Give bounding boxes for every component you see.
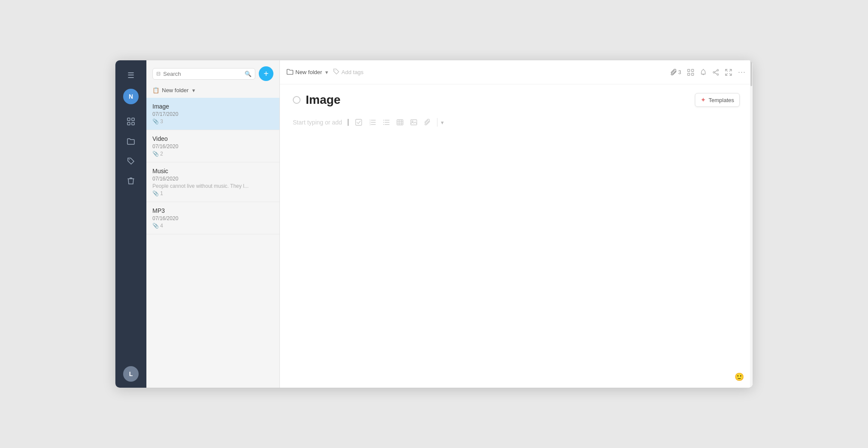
clip-icon-music: 📎 [152, 190, 159, 196]
scrollbar-track [750, 60, 753, 388]
notes-panel: ⊟ 🔍 + 📋 New folder ▼ Image 07/17/2020 📎 … [146, 60, 280, 388]
toolbar-unordered-list[interactable] [380, 116, 392, 128]
filter-icon[interactable]: ⊟ [156, 71, 161, 77]
search-icon[interactable]: 🔍 [245, 71, 251, 77]
svg-point-11 [713, 72, 715, 73]
svg-rect-29 [397, 120, 403, 125]
scrollbar-thumb[interactable] [750, 60, 752, 86]
note-item-music[interactable]: Music 07/16/2020 People cannot live with… [146, 162, 279, 202]
bell-action[interactable] [700, 69, 707, 76]
avatar-bottom[interactable]: L [123, 366, 139, 382]
avatar-top[interactable]: N [123, 89, 139, 104]
editor-placeholder[interactable]: Start typing or add [293, 119, 342, 126]
nav-items [122, 113, 140, 366]
toolbar-table[interactable] [394, 116, 406, 128]
note-date-image: 07/17/2020 [152, 111, 273, 117]
emoji-icon[interactable]: 🙂 [735, 372, 744, 382]
note-title-music: Music [152, 168, 273, 174]
note-attachments-music: 📎 1 [152, 190, 273, 196]
more-action[interactable]: ··· [738, 68, 746, 77]
note-item-mp3[interactable]: MP3 07/16/2020 📎 4 [146, 202, 279, 234]
editor-toolbar: Start typing or add 1 2 [293, 114, 740, 131]
cursor-indicator [348, 119, 348, 126]
toolbar-ordered-list[interactable]: 1 2 3 [366, 116, 378, 128]
note-date-mp3: 07/16/2020 [152, 215, 273, 221]
svg-point-5 [335, 70, 335, 71]
grid-view-action[interactable] [687, 69, 694, 76]
expand-action[interactable] [725, 69, 732, 76]
note-title-mp3: MP3 [152, 207, 273, 214]
note-title-video: Video [152, 135, 273, 142]
toolbar-image[interactable] [408, 116, 420, 128]
menu-icon[interactable]: ☰ [123, 66, 139, 84]
note-date-music: 07/16/2020 [152, 176, 273, 182]
folder-label-panel: 📋 New folder ▼ [146, 84, 279, 98]
clip-icon-image: 📎 [152, 118, 159, 124]
svg-line-15 [715, 72, 717, 74]
toolbar-divider [437, 118, 437, 127]
svg-point-4 [129, 159, 130, 160]
tags-area[interactable]: Add tags [333, 68, 363, 76]
note-title-row: Image [293, 93, 740, 107]
svg-rect-0 [127, 118, 130, 121]
note-status-circle[interactable] [293, 96, 301, 104]
folder-dropdown-panel[interactable]: ▼ [191, 88, 196, 93]
search-input[interactable] [163, 71, 242, 77]
nav-item-tag[interactable] [122, 152, 140, 170]
toolbar-attachment[interactable] [422, 116, 434, 128]
note-attachment-count-video: 2 [160, 151, 163, 157]
sidebar-dark: ☰ N [115, 60, 146, 388]
share-action[interactable] [713, 69, 719, 76]
svg-point-28 [383, 124, 384, 125]
toolbar-checkbox[interactable] [353, 116, 365, 128]
editor-content[interactable]: Image Start typing or add [280, 84, 753, 388]
editor-topbar: New folder ▼ Add tags 3 [280, 60, 753, 84]
tag-icon [333, 68, 339, 76]
nav-item-folder[interactable] [122, 133, 140, 150]
attachment-count: 3 [678, 69, 681, 75]
nav-item-trash[interactable] [122, 172, 140, 190]
templates-icon: ✦ [701, 96, 706, 104]
folder-icon-panel: 📋 [152, 87, 159, 93]
svg-text:3: 3 [369, 123, 371, 126]
clip-icon-video: 📎 [152, 151, 159, 157]
svg-point-13 [717, 74, 719, 75]
attachment-action[interactable]: 3 [671, 69, 681, 76]
note-attachment-count-image: 3 [160, 118, 163, 124]
svg-rect-6 [688, 69, 690, 72]
toolbar-expand[interactable]: ▾ [441, 119, 444, 126]
app-window: ☰ N [115, 60, 753, 388]
svg-rect-9 [691, 73, 694, 75]
note-item-image[interactable]: Image 07/17/2020 📎 3 [146, 98, 279, 130]
svg-point-12 [717, 69, 719, 71]
folder-crumb-icon [287, 69, 293, 76]
nav-item-grid[interactable] [122, 113, 140, 130]
svg-rect-16 [356, 119, 362, 125]
note-attachments-video: 📎 2 [152, 151, 273, 157]
search-bar[interactable]: ⊟ 🔍 [152, 68, 255, 80]
svg-rect-34 [411, 120, 417, 125]
folder-crumb[interactable]: New folder ▼ [287, 69, 329, 76]
notes-list: Image 07/17/2020 📎 3 Video 07/16/2020 📎 … [146, 98, 279, 388]
svg-rect-3 [132, 122, 134, 125]
add-button[interactable]: + [259, 66, 273, 81]
note-attachment-count-music: 1 [160, 190, 163, 196]
templates-button[interactable]: ✦ Templates [695, 93, 740, 107]
svg-point-27 [383, 122, 384, 123]
folder-crumb-arrow[interactable]: ▼ [324, 70, 329, 75]
note-main-title: Image [306, 93, 341, 107]
svg-rect-8 [688, 73, 690, 75]
templates-label: Templates [709, 97, 734, 103]
svg-rect-2 [127, 122, 130, 125]
clip-icon-mp3: 📎 [152, 223, 159, 229]
note-title-image: Image [152, 103, 273, 110]
notes-panel-header: ⊟ 🔍 + [146, 60, 279, 84]
svg-point-35 [412, 121, 413, 122]
svg-rect-7 [691, 69, 694, 72]
folder-name-panel: New folder [162, 87, 189, 93]
editor-panel: New folder ▼ Add tags 3 [280, 60, 753, 388]
note-preview-music: People cannot live without music. They l… [152, 183, 273, 189]
note-item-video[interactable]: Video 07/16/2020 📎 2 [146, 130, 279, 162]
note-attachments-mp3: 📎 4 [152, 223, 273, 229]
svg-point-26 [383, 120, 384, 121]
